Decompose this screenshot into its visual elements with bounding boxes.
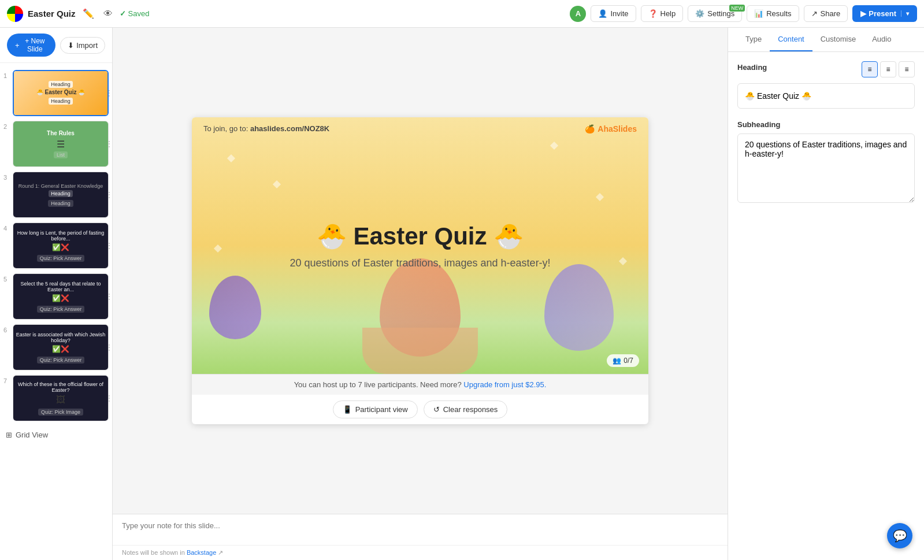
slide-canvas: To join, go to: ahaslides.com/NOZ8K 🍊 Ah… — [192, 117, 648, 424]
slide-options-icon[interactable]: ⋮ — [105, 88, 113, 98]
slide-item[interactable]: 4 How long is Lent, the period of fastin… — [0, 220, 112, 271]
import-icon: ⬇ — [68, 41, 74, 50]
canvas-area: To join, go to: ahaslides.com/NOZ8K 🍊 Ah… — [113, 28, 728, 560]
top-nav: Easter Quiz ✏️ 👁 Saved A 👤 Invite ❓ Help… — [0, 0, 924, 28]
slide-title-preview: Which of these is the official flower of… — [16, 381, 106, 393]
slide-number: 3 — [3, 174, 13, 181]
tab-customise[interactable]: Customise — [812, 28, 864, 51]
share-button[interactable]: ↗ Share — [804, 5, 848, 22]
present-dropdown-arrow[interactable]: ▾ — [901, 10, 909, 17]
edit-title-button[interactable]: ✏️ — [80, 6, 97, 21]
settings-button[interactable]: ⚙️ Settings NEW — [688, 5, 742, 22]
settings-icon: ⚙️ — [695, 9, 704, 18]
tablet-icon: 📱 — [343, 405, 352, 414]
new-slide-button[interactable]: + + New Slide — [7, 34, 55, 57]
align-center-button[interactable]: ≡ — [880, 61, 896, 77]
slide-options-icon[interactable]: ⋮ — [105, 394, 113, 403]
refresh-icon: ↺ — [433, 405, 440, 414]
slide-bottom-tag: Heading — [49, 98, 73, 105]
slide-item[interactable]: 2 The Rules ☰ List ⋮ — [0, 118, 112, 169]
notes-footer: Notes will be shown in Backstage ↗ — [113, 545, 728, 560]
play-icon: ▶ — [860, 9, 866, 18]
slide-item[interactable]: 5 Select the 5 real days that relate to … — [0, 271, 112, 322]
slide-thumbnail: Round 1: General Easter Knowledge Headin… — [13, 172, 109, 218]
notes-input[interactable] — [113, 514, 728, 543]
slide-number: 2 — [3, 123, 13, 130]
slide-bottom-tag: Heading — [48, 200, 73, 207]
slide-item[interactable]: 7 Which of these is the official flower … — [0, 373, 112, 424]
subheading-section: Subheading 20 questions of Easter tradit… — [737, 120, 915, 205]
app-logo — [7, 6, 23, 22]
external-link-icon: ↗ — [218, 549, 223, 556]
align-buttons: ≡ ≡ ≡ — [862, 61, 915, 77]
notes-area: Notes will be shown in Backstage ↗ — [113, 514, 728, 560]
panel-tabs: Type Content Customise Audio — [728, 28, 924, 52]
slide-list: 1 Heading 🐣 Easter Quiz 🐣 Heading ⋮ 2 Th… — [0, 63, 112, 560]
slide-thumbnail: Easter is associated with which Jewish h… — [13, 324, 109, 370]
slide-title-preview: Select the 5 real days that relate to Ea… — [16, 281, 106, 292]
participant-view-button[interactable]: 📱 Participant view — [333, 400, 418, 418]
participant-notice: You can host up to 7 live participants. … — [192, 374, 648, 395]
heading-label: Heading — [737, 63, 767, 72]
heading-row: Heading ≡ ≡ ≡ — [737, 61, 915, 77]
slide-center-content: 🐣 Easter Quiz 🐣 20 questions of Easter t… — [278, 210, 562, 281]
align-left-button[interactable]: ≡ — [862, 61, 878, 77]
slide-options-icon[interactable]: ⋮ — [105, 241, 113, 250]
invite-button[interactable]: 👤 Invite — [591, 5, 636, 22]
slide-options-icon[interactable]: ⋮ — [105, 292, 113, 301]
main-body: + + New Slide ⬇ Import 1 Heading 🐣 Easte… — [0, 28, 924, 560]
share-icon: ↗ — [811, 9, 818, 18]
tab-audio[interactable]: Audio — [864, 28, 899, 51]
right-panel: Type Content Customise Audio Heading ≡ ≡… — [728, 28, 924, 560]
align-right-button[interactable]: ≡ — [899, 61, 915, 77]
heading-input[interactable] — [737, 83, 915, 109]
grid-icon: ⊞ — [6, 431, 12, 439]
slide-type-tag: Quiz: Pick Image — [38, 409, 83, 416]
invite-icon: 👤 — [598, 9, 607, 18]
slide-options-icon[interactable]: ⋮ — [105, 139, 113, 149]
slide-type-tag: Quiz: Pick Answer — [37, 306, 85, 313]
grid-view-button[interactable]: ⊞ Grid View — [0, 424, 112, 446]
action-buttons: 📱 Participant view ↺ Clear responses — [192, 400, 648, 418]
preview-button[interactable]: 👁 — [101, 6, 115, 21]
slide-type-tag: Quiz: Pick Answer — [37, 255, 85, 262]
panel-content: Heading ≡ ≡ ≡ Subheading 20 questions of… — [728, 52, 924, 560]
slide-options-icon[interactable]: ⋮ — [105, 190, 113, 199]
subheading-input[interactable]: 20 questions of Easter traditions, image… — [737, 133, 915, 203]
slide-number: 1 — [3, 72, 13, 79]
slide-item[interactable]: 3 Round 1: General Easter Knowledge Head… — [0, 169, 112, 220]
slide-thumbnail: Select the 5 real days that relate to Ea… — [13, 273, 109, 320]
tab-type[interactable]: Type — [737, 28, 770, 51]
slide-type-tag: Heading — [49, 190, 73, 197]
clear-responses-button[interactable]: ↺ Clear responses — [424, 400, 508, 418]
slide-number: 7 — [3, 377, 13, 384]
heading-section: Heading ≡ ≡ ≡ — [737, 61, 915, 109]
slide-type-tag: Heading — [49, 81, 73, 88]
slide-number: 6 — [3, 327, 13, 333]
canvas-main: To join, go to: ahaslides.com/NOZ8K 🍊 Ah… — [113, 28, 728, 514]
backstage-link[interactable]: Backstage — [187, 549, 216, 556]
present-button[interactable]: ▶ Present ▾ — [852, 5, 917, 22]
app-title: Easter Quiz — [28, 9, 76, 18]
participant-count: 👥 0/7 — [607, 354, 639, 367]
slide-type-tag: Quiz: Pick Answer — [37, 357, 85, 364]
slide-type-tag: List — [54, 151, 68, 158]
slide-thumbnail: The Rules ☰ List — [13, 121, 109, 167]
decorative-egg-left — [209, 276, 261, 339]
tab-content[interactable]: Content — [770, 28, 812, 51]
avatar-button[interactable]: A — [570, 6, 586, 22]
help-button[interactable]: ❓ Help — [641, 5, 684, 22]
slide-title-preview: Easter is associated with which Jewish h… — [16, 332, 106, 343]
upgrade-link[interactable]: Upgrade from just $2.95. — [463, 380, 546, 389]
import-button[interactable]: ⬇ Import — [60, 37, 105, 54]
chat-button[interactable]: 💬 — [887, 523, 912, 548]
saved-status: Saved — [120, 9, 150, 18]
slide-join-header: To join, go to: ahaslides.com/NOZ8K 🍊 Ah… — [192, 124, 648, 133]
results-icon: 📊 — [754, 9, 763, 18]
slide-item[interactable]: 1 Heading 🐣 Easter Quiz 🐣 Heading ⋮ — [0, 68, 112, 118]
join-url-text: To join, go to: ahaslides.com/NOZ8K — [203, 124, 329, 133]
results-button[interactable]: 📊 Results — [747, 5, 799, 22]
slide-options-icon[interactable]: ⋮ — [105, 343, 113, 352]
sidebar-toolbar: + + New Slide ⬇ Import — [0, 28, 112, 63]
slide-item[interactable]: 6 Easter is associated with which Jewish… — [0, 322, 112, 373]
